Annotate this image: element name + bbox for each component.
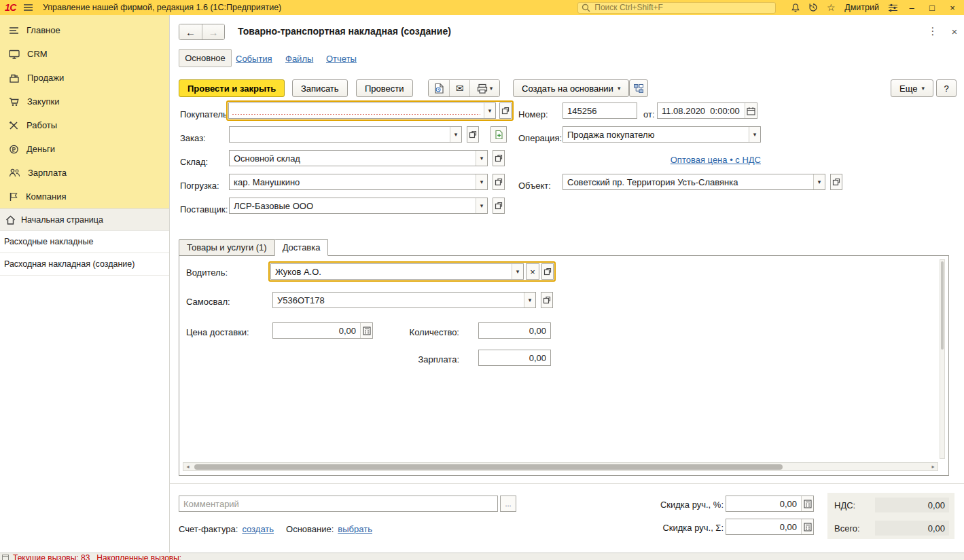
document-more-menu-icon[interactable]: ⋮ [926, 24, 940, 38]
date-field[interactable] [658, 103, 745, 118]
scrollbar-thumb[interactable] [194, 464, 783, 470]
sidebar-item-crm[interactable]: CRM [0, 42, 169, 66]
tab-reports[interactable]: Отчеты [326, 54, 357, 64]
total-value: 0,00 [875, 521, 949, 536]
loading-dropdown-button[interactable]: ▾ [476, 174, 487, 189]
loading-open-button[interactable] [493, 174, 505, 190]
post-button[interactable]: Провести [356, 79, 413, 97]
driver-field[interactable] [271, 264, 512, 279]
tab-main[interactable]: Основное [179, 49, 232, 67]
sidebar-item-payroll[interactable]: Зарплата [0, 161, 169, 185]
warehouse-open-button[interactable] [493, 150, 505, 166]
buyer-field[interactable] [229, 103, 484, 118]
truck-open-button[interactable] [541, 292, 553, 308]
horizontal-scrollbar[interactable]: ◂ ▸ [183, 462, 938, 471]
discount-pct-field[interactable] [726, 496, 801, 511]
search-input[interactable] [593, 2, 772, 13]
calculator-icon[interactable] [801, 496, 813, 511]
scroll-left-icon[interactable]: ◂ [183, 463, 192, 470]
tab-files[interactable]: Файлы [285, 54, 313, 64]
order-field[interactable] [230, 127, 450, 142]
preferences-icon[interactable] [885, 1, 900, 14]
sidebar-item-sales[interactable]: Продажи [0, 66, 169, 90]
back-button[interactable]: ← [179, 24, 202, 39]
basis-choose-link[interactable]: выбрать [338, 524, 372, 534]
maximize-button[interactable]: □ [923, 1, 941, 14]
sidebar-item-main[interactable]: Главное [0, 18, 169, 42]
minimize-button[interactable]: – [903, 1, 921, 14]
write-button[interactable]: Записать [292, 79, 348, 97]
supplier-open-button[interactable] [493, 198, 505, 214]
loading-field[interactable] [230, 174, 476, 189]
quantity-field[interactable] [479, 323, 550, 338]
truck-field[interactable] [273, 293, 524, 307]
discount-sum-field[interactable] [726, 519, 801, 534]
delivery-panel: Водитель: ▾ × Самосвал: ▾ Цена доставки: [179, 255, 949, 476]
send-email-icon[interactable]: ✉ [449, 80, 469, 96]
invoice-create-link[interactable]: создать [242, 524, 274, 534]
create-on-basis-button[interactable]: Создать на основании ▾ [513, 79, 629, 97]
totals-box: НДС: 0,00 Всего: 0,00 [827, 493, 954, 539]
history-icon[interactable] [806, 1, 821, 14]
driver-open-button[interactable] [541, 263, 554, 280]
object-open-button[interactable] [830, 174, 842, 190]
driver-dropdown-button[interactable]: ▾ [512, 264, 523, 279]
post-and-close-button[interactable]: Провести и закрыть [179, 79, 285, 97]
warehouse-dropdown-button[interactable]: ▾ [476, 151, 487, 166]
supplier-dropdown-button[interactable]: ▾ [476, 198, 487, 213]
document-close-icon[interactable]: × [948, 24, 961, 38]
server-calls-status: Текущие вызовы: 83 Накопленные вызовы: [13, 554, 181, 560]
price-type-link[interactable]: Оптовая цена • с НДС [563, 155, 761, 165]
works-tools-icon [9, 121, 19, 130]
date-label: от: [643, 109, 655, 119]
object-dropdown-button[interactable]: ▾ [813, 174, 825, 189]
sidebar-item-money[interactable]: Деньги [0, 137, 169, 161]
global-search[interactable] [577, 2, 776, 14]
tab-goods-services[interactable]: Товары и услуги (1) [179, 239, 275, 256]
notifications-bell-icon[interactable] [788, 1, 803, 14]
sidebar-item-home-page[interactable]: Начальная страница [0, 208, 169, 231]
sidebar-item-expense-invoice-new[interactable]: Расходная накладная (создание) [0, 253, 169, 276]
comment-more-button[interactable]: ... [500, 496, 516, 512]
comment-field[interactable] [179, 496, 497, 511]
calendar-icon[interactable] [745, 103, 757, 118]
sidebar-item-expense-invoices[interactable]: Расходные накладные [0, 231, 169, 253]
forward-button[interactable]: → [202, 24, 224, 39]
vertical-scrollbar[interactable] [940, 259, 945, 459]
print-icon[interactable]: ▾ [469, 80, 499, 96]
operation-field[interactable] [563, 127, 749, 142]
tab-delivery[interactable]: Доставка [274, 239, 329, 256]
warehouse-field[interactable] [230, 151, 476, 166]
sidebar-item-label: Работы [26, 120, 57, 130]
buyer-open-button[interactable] [499, 102, 512, 119]
main-menu-icon[interactable] [21, 1, 36, 14]
calculator-icon[interactable] [801, 519, 813, 534]
driver-clear-button[interactable]: × [526, 263, 539, 280]
more-button[interactable]: Еще ▾ [891, 79, 933, 97]
create-order-button[interactable] [490, 126, 507, 143]
supplier-field[interactable] [230, 198, 476, 213]
sidebar-item-purchases[interactable]: Закупки [0, 90, 169, 113]
buyer-dropdown-button[interactable]: ▾ [484, 103, 495, 118]
tab-events[interactable]: События [236, 54, 272, 64]
truck-dropdown-button[interactable]: ▾ [524, 293, 535, 307]
sidebar-item-company[interactable]: Компания [0, 185, 169, 208]
delivery-price-field[interactable] [273, 323, 360, 338]
sidebar-item-works[interactable]: Работы [0, 113, 169, 137]
current-user[interactable]: Дмитрий [844, 3, 879, 12]
order-open-button[interactable] [467, 126, 479, 143]
truck-combo: ▾ [272, 292, 553, 308]
favorites-star-icon[interactable]: ☆ [823, 1, 838, 14]
help-button[interactable]: ? [936, 79, 957, 97]
close-button[interactable]: × [944, 1, 961, 14]
operation-dropdown-button[interactable]: ▾ [749, 127, 760, 142]
order-dropdown-button[interactable]: ▾ [450, 127, 461, 142]
object-field[interactable] [563, 174, 813, 189]
print-dropdown-icon: ▾ [490, 86, 493, 92]
document-icon[interactable] [429, 80, 449, 96]
salary-field[interactable] [479, 350, 550, 365]
related-documents-button[interactable] [629, 79, 648, 97]
object-label: Объект: [518, 181, 551, 191]
scroll-right-icon[interactable]: ▸ [929, 463, 938, 470]
number-field[interactable] [563, 103, 637, 118]
